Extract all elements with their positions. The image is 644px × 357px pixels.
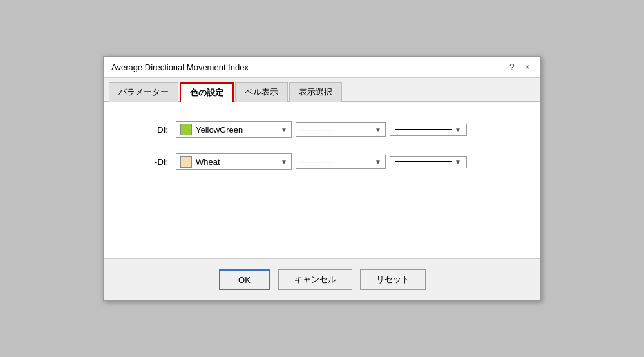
minus-di-label: -DI: (129, 157, 168, 167)
cancel-button[interactable]: キャンセル (278, 269, 352, 290)
plus-di-line-chevron: ▼ (455, 126, 461, 133)
tab-display[interactable]: 表示選択 (289, 82, 342, 102)
plus-di-color-chevron: ▼ (281, 126, 287, 133)
plus-di-style-chevron: ▼ (375, 126, 381, 133)
minus-di-color-dropdown[interactable]: Wheat ▼ (176, 153, 292, 170)
plus-di-dash: - - - - - - - - - - (300, 125, 372, 134)
tab-color[interactable]: 色の設定 (180, 82, 234, 102)
plus-di-label: +DI: (129, 125, 168, 135)
close-button[interactable]: × (522, 62, 533, 72)
plus-di-color-dropdown[interactable]: YellowGreen ▼ (176, 121, 292, 138)
footer: OK キャンセル リセット (104, 258, 540, 300)
minus-di-color-chevron: ▼ (281, 159, 287, 166)
dialog-title: Average Directional Movement Index (111, 63, 249, 72)
minus-di-color-name: Wheat (196, 157, 278, 167)
minus-di-color-swatch (180, 156, 192, 168)
plus-di-solid-line (395, 129, 452, 130)
plus-di-line-dropdown[interactable]: ▼ (390, 124, 467, 136)
minus-di-solid-line (395, 161, 452, 162)
content-area: +DI: YellowGreen ▼ - - - - - - - - - - ▼… (104, 102, 540, 258)
title-buttons: ? × (507, 62, 533, 72)
plus-di-color-name: YellowGreen (196, 125, 278, 135)
minus-di-style-dropdown[interactable]: - - - - - - - - - - ▼ (296, 155, 386, 169)
ok-button[interactable]: OK (219, 269, 270, 290)
minus-di-row: -DI: Wheat ▼ - - - - - - - - - - ▼ ▼ (129, 153, 515, 170)
dialog: Average Directional Movement Index ? × パ… (103, 56, 541, 301)
plus-di-row: +DI: YellowGreen ▼ - - - - - - - - - - ▼… (129, 121, 515, 138)
tab-params[interactable]: パラメーター (109, 82, 178, 102)
tab-label[interactable]: ベル表示 (235, 82, 288, 102)
plus-di-color-swatch (180, 124, 192, 135)
minus-di-dash: - - - - - - - - - - (300, 157, 372, 166)
tab-bar: パラメーター 色の設定 ベル表示 表示選択 (104, 78, 540, 102)
minus-di-line-chevron: ▼ (455, 159, 461, 166)
minus-di-line-dropdown[interactable]: ▼ (390, 156, 467, 168)
reset-button[interactable]: リセット (360, 269, 426, 290)
title-bar: Average Directional Movement Index ? × (104, 57, 540, 78)
help-button[interactable]: ? (507, 62, 517, 72)
minus-di-style-chevron: ▼ (375, 159, 381, 166)
plus-di-style-dropdown[interactable]: - - - - - - - - - - ▼ (296, 122, 386, 137)
